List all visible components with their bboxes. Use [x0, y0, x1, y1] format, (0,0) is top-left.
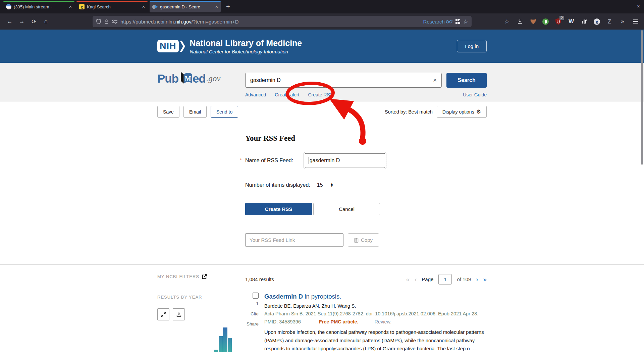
rss-feed-section: Your RSS Feed * Name of RSS Feed: gasder… [0, 121, 644, 265]
nih-logo-chevron [180, 41, 185, 52]
research-page-action[interactable]: Research [423, 19, 452, 25]
nih-subtitle: National Center for Biotechnology Inform… [190, 49, 302, 54]
save-button[interactable]: Save [157, 106, 179, 118]
nih-logo[interactable]: NIH National Library of Medicine Nationa… [157, 38, 302, 54]
nih-title: National Library of Medicine [190, 38, 302, 48]
stepper-icon[interactable]: ▲ ▼ [330, 183, 333, 187]
nih-logo-acronym: NIH [157, 40, 179, 52]
share-button[interactable]: Share [247, 321, 259, 326]
container-color-line [76, 1, 148, 2]
back-icon[interactable]: ← [5, 18, 15, 25]
home-icon[interactable]: ⌂ [41, 18, 51, 25]
rss-section-heading: Your RSS Feed [245, 134, 487, 143]
rss-name-label: * Name of RSS Feed: [245, 158, 293, 164]
profile-extension-icon[interactable]: g [594, 18, 600, 25]
result-checkbox[interactable] [253, 293, 259, 299]
cite-button[interactable]: Cite [251, 311, 259, 316]
expand-icon [161, 312, 166, 317]
shield-icon[interactable] [96, 19, 101, 24]
advanced-link[interactable]: Advanced [245, 92, 266, 97]
tab-main-stream[interactable]: 335 (335) Main stream · × [3, 1, 74, 12]
results-by-year-label: RESULTS BY YEAR [157, 295, 234, 300]
bookmark-star-icon[interactable]: ☆ [463, 18, 468, 25]
downloads-icon[interactable] [516, 18, 524, 25]
login-button[interactable]: Log in [457, 40, 487, 52]
send-to-button[interactable]: Send to [211, 106, 238, 118]
results-by-year-chart [157, 322, 234, 352]
browser-window: 335 (335) Main stream · × g Kagi Search … [0, 0, 644, 352]
search-input[interactable]: gasdermin D × [245, 73, 442, 88]
items-displayed-value: 15 [317, 182, 323, 188]
clear-search-icon[interactable]: × [433, 77, 437, 84]
close-tab-icon[interactable]: × [142, 4, 145, 9]
pubmed-logo[interactable]: Pub M ed .gov [157, 72, 220, 86]
nih-header-text: National Library of Medicine National Ce… [190, 38, 302, 54]
email-button[interactable]: Email [183, 106, 207, 118]
my-ncbi-filters[interactable]: MY NCBI FILTERS [157, 274, 234, 279]
next-page-icon[interactable]: › [476, 276, 478, 283]
search-value: gasdermin D [250, 77, 433, 83]
adblock-shield-icon[interactable]: 2 [554, 18, 562, 25]
close-tab-icon[interactable]: × [69, 4, 72, 9]
create-alert-link[interactable]: Create alert [275, 92, 299, 97]
result-snippet: Upon microbe infection, the canonical pa… [264, 328, 487, 352]
permissions-sliders-icon[interactable] [112, 19, 118, 24]
wallabag-icon[interactable]: W [568, 18, 575, 25]
free-pmc-badge: Free PMC article. [319, 319, 359, 324]
rss-name-input[interactable]: gasdermin D [305, 153, 385, 168]
tab-favicon-stream: 335 [6, 4, 11, 9]
menu-icon[interactable] [632, 18, 639, 25]
user-guide-link[interactable]: User Guide [463, 92, 487, 97]
required-asterisk: * [240, 158, 242, 164]
create-rss-link[interactable]: Create RSS [308, 92, 333, 97]
result-pmid: PMID: 34589396 [264, 319, 301, 324]
shortcuts-grid-icon[interactable] [455, 19, 461, 24]
results-toolbar: Save Email Send to Sorted by: Best match… [0, 102, 644, 121]
download-chart-button[interactable] [173, 308, 185, 320]
tab-bar: 335 (335) Main stream · × g Kagi Search … [0, 0, 644, 13]
url-text[interactable]: https://pubmed.ncbi.nlm.nih.gov/?term=ga… [120, 19, 239, 25]
saved-star-icon[interactable]: ☆ [503, 18, 511, 25]
page-number-input[interactable]: 1 [438, 274, 452, 284]
display-options-button[interactable]: Display options ⚙ [437, 106, 487, 118]
nih-header: NIH National Library of Medicine Nationa… [0, 30, 644, 63]
text-caret [309, 157, 309, 164]
cancel-button[interactable]: Cancel [313, 203, 380, 215]
tab-title: Kagi Search [87, 4, 140, 9]
last-page-icon[interactable]: » [483, 276, 487, 283]
fox-extension-icon[interactable] [529, 18, 537, 25]
overflow-chevron-icon[interactable]: » [619, 18, 626, 25]
result-title-link[interactable]: Gasdermin D in pyroptosis. [264, 293, 487, 301]
year-bar-2022[interactable] [228, 338, 232, 352]
result-authors: Burdette BE, Esparza AN, Zhu H, Wang S. [264, 303, 487, 309]
reload-icon[interactable]: ⟳ [29, 18, 39, 25]
navigation-toolbar: ← → ⟳ ⌂ https://pubmed.ncbi.nlm.nih.gov/… [0, 13, 644, 30]
tab-kagi-search[interactable]: g Kagi Search × [76, 1, 148, 12]
create-rss-button[interactable]: Create RSS [245, 203, 312, 215]
tab-pubmed-active[interactable]: gasdermin D - Searc × [150, 1, 221, 12]
close-tab-icon[interactable]: × [215, 4, 218, 9]
userscript-extension-icon[interactable] [542, 18, 549, 25]
close-icon[interactable]: × [637, 3, 640, 9]
year-bar-2020[interactable] [219, 336, 223, 352]
year-bar-2021[interactable] [223, 327, 227, 352]
external-link-icon [202, 274, 207, 279]
new-tab-button[interactable]: + [226, 3, 230, 11]
lock-icon[interactable] [104, 19, 109, 24]
search-button[interactable]: Search [446, 73, 487, 88]
tab-favicon-kagi: g [79, 4, 85, 9]
page-total-label: of 109 [457, 276, 471, 282]
copy-button[interactable]: Copy [348, 233, 379, 247]
clipboard-icon [354, 237, 359, 243]
equalizer-extension-icon[interactable] [581, 18, 588, 25]
year-bar-2019[interactable] [214, 350, 218, 352]
forward-icon[interactable]: → [17, 18, 27, 25]
rss-feed-link-input[interactable]: Your RSS Feed Link [245, 233, 343, 247]
vertical-scrollbar[interactable] [641, 30, 643, 165]
url-bar[interactable]: https://pubmed.ncbi.nlm.nih.gov/?term=ga… [93, 16, 472, 27]
zotero-icon[interactable]: Z [606, 18, 613, 25]
expand-chart-button[interactable] [157, 308, 169, 320]
results-count: 1,084 results [245, 276, 274, 282]
results-by-year-chart-bars [165, 327, 232, 352]
result-citation: Acta Pharm Sin B. 2021 Sep;11(9):2768-27… [264, 311, 487, 316]
